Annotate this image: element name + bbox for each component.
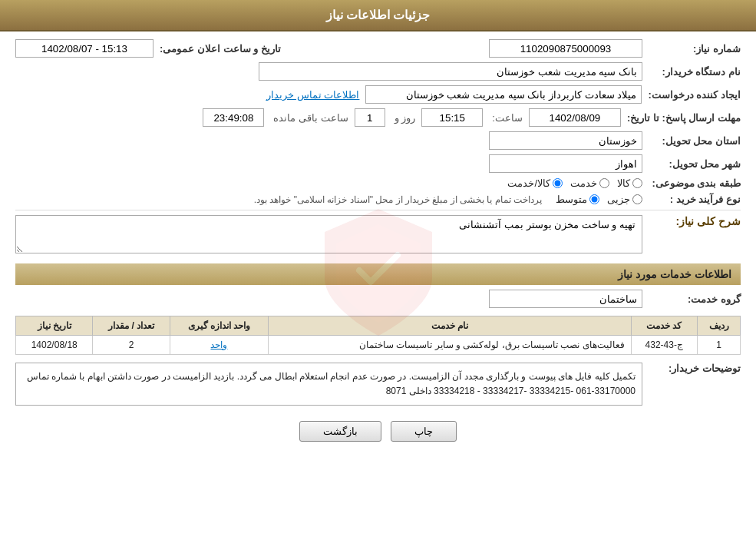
back-button[interactable]: بازگشت bbox=[299, 421, 381, 442]
purchase-radio-jozii[interactable]: جزیی bbox=[607, 194, 642, 205]
table-header-row: ردیف کد خدمت نام خدمت واحد اندازه گیری ت… bbox=[16, 316, 741, 336]
radio-mota-label: متوسط bbox=[556, 194, 587, 205]
radio-jozii-label: جزیی bbox=[607, 194, 630, 205]
description-textarea[interactable]: تهیه و ساخت مخزن بوستر بمب آتشنشانی bbox=[15, 215, 642, 253]
buyer-org-label: نام دستگاه خریدار: bbox=[649, 66, 741, 78]
table-head: ردیف کد خدمت نام خدمت واحد اندازه گیری ت… bbox=[16, 316, 741, 336]
services-table: ردیف کد خدمت نام خدمت واحد اندازه گیری ت… bbox=[15, 316, 741, 355]
service-group-input[interactable] bbox=[489, 290, 642, 308]
buyer-org-row: نام دستگاه خریدار: bbox=[15, 62, 741, 81]
button-row: چاپ بازگشت bbox=[15, 421, 741, 442]
service-group-row: گروه خدمت: bbox=[15, 290, 741, 308]
cell-quantity: 2 bbox=[93, 336, 170, 355]
province-row: استان محل تحویل: bbox=[15, 131, 741, 150]
cell-date: 1402/08/18 bbox=[16, 336, 93, 355]
province-input[interactable] bbox=[489, 131, 642, 150]
category-radio-group: کالا خدمت کالا/خدمت bbox=[507, 177, 642, 189]
comments-text: تکمیل کلیه فایل های پیوست و بارگذاری مجد… bbox=[27, 371, 636, 396]
purchase-type-note: پرداخت تمام یا بخشی از مبلغ خریدار از مح… bbox=[254, 194, 542, 205]
radio-kala-khedmat[interactable] bbox=[553, 178, 563, 188]
comments-box: تکمیل کلیه فایل های پیوست و بارگذاری مجد… bbox=[15, 363, 642, 406]
need-number-row: شماره نیاز: تاریخ و ساعت اعلان عمومی: bbox=[15, 39, 741, 58]
table-body: 1 ج-43-432 فعالیت‌های نصب تاسیسات برق، ل… bbox=[16, 336, 741, 355]
city-input[interactable] bbox=[489, 154, 642, 173]
reply-deadline-label: مهلت ارسال پاسخ: تا تاریخ: bbox=[627, 112, 741, 124]
col-header-date: تاریخ نیاز bbox=[16, 316, 93, 336]
category-row: طبقه بندی موضوعی: کالا خدمت کالا/خدمت bbox=[15, 177, 741, 189]
reply-remaining-input[interactable] bbox=[203, 108, 264, 127]
reply-deadline-row: مهلت ارسال پاسخ: تا تاریخ: ساعت: روز و س… bbox=[15, 108, 741, 127]
purchase-type-label: نوع فرآیند خرید : bbox=[649, 194, 741, 205]
creator-contact-link[interactable]: اطلاعات تماس خریدار bbox=[266, 89, 359, 101]
city-row: شهر محل تحویل: bbox=[15, 154, 741, 173]
radio-jozii[interactable] bbox=[632, 194, 642, 204]
radio-khedmat-label: خدمت bbox=[570, 177, 597, 189]
col-header-unit: واحد اندازه گیری bbox=[170, 316, 269, 336]
cell-unit[interactable]: واحد bbox=[170, 336, 269, 355]
category-label: طبقه بندی موضوعی: bbox=[649, 177, 741, 189]
reply-days-input[interactable] bbox=[355, 108, 385, 127]
creator-label: ایجاد کننده درخواست: bbox=[648, 89, 741, 101]
reply-remaining-label: ساعت باقی مانده bbox=[273, 112, 348, 124]
category-radio-kala[interactable]: کالا bbox=[617, 177, 642, 189]
radio-kala-khedmat-label: کالا/خدمت bbox=[507, 177, 550, 189]
city-label: شهر محل تحویل: bbox=[649, 158, 741, 170]
announce-date-input[interactable] bbox=[15, 39, 154, 58]
col-header-qty: تعداد / مقدار bbox=[93, 316, 170, 336]
purchase-type-radio-group: جزیی متوسط bbox=[556, 194, 642, 205]
category-radio-khedmat[interactable]: خدمت bbox=[570, 177, 609, 189]
category-radio-kala-khedmat[interactable]: کالا/خدمت bbox=[507, 177, 563, 189]
col-header-code: کد خدمت bbox=[631, 316, 697, 336]
cell-service-name: فعالیت‌های نصب تاسیسات برق، لوله‌کشی و س… bbox=[269, 336, 631, 355]
creator-input[interactable] bbox=[365, 85, 642, 104]
cell-code: ج-43-432 bbox=[631, 336, 697, 355]
province-label: استان محل تحویل: bbox=[649, 135, 741, 147]
description-row: شرح کلی نیاز: تهیه و ساخت مخزن بوستر بمب… bbox=[15, 215, 741, 256]
divider-1 bbox=[15, 210, 741, 210]
cell-rownum: 1 bbox=[698, 336, 741, 355]
description-area: تهیه و ساخت مخزن بوستر بمب آتشنشانی bbox=[15, 215, 642, 256]
radio-kala-label: کالا bbox=[617, 177, 630, 189]
print-button[interactable]: چاپ bbox=[391, 421, 457, 442]
comments-label: توضیحات خریدار: bbox=[649, 363, 741, 374]
announce-date-label: تاریخ و ساعت اعلان عمومی: bbox=[160, 43, 281, 55]
reply-time-label: ساعت: bbox=[492, 112, 523, 124]
comments-row: توضیحات خریدار: تکمیل کلیه فایل های پیوس… bbox=[15, 363, 741, 410]
radio-khedmat[interactable] bbox=[599, 178, 609, 188]
reply-time-input[interactable] bbox=[421, 108, 483, 127]
reply-days-label: روز و bbox=[395, 112, 416, 124]
reply-date-input[interactable] bbox=[529, 108, 621, 127]
purchase-radio-mota[interactable]: متوسط bbox=[556, 194, 599, 205]
col-header-name: نام خدمت bbox=[269, 316, 631, 336]
creator-row: ایجاد کننده درخواست: اطلاعات تماس خریدار bbox=[15, 85, 741, 104]
description-section-title: شرح کلی نیاز: bbox=[649, 215, 741, 227]
page-header: جزئیات اطلاعات نیاز bbox=[0, 0, 756, 31]
col-header-rownum: ردیف bbox=[698, 316, 741, 336]
page-title: جزئیات اطلاعات نیاز bbox=[326, 8, 431, 22]
table-row: 1 ج-43-432 فعالیت‌های نصب تاسیسات برق، ل… bbox=[16, 336, 741, 355]
buyer-org-input[interactable] bbox=[259, 62, 642, 81]
service-group-label: گروه خدمت: bbox=[649, 293, 741, 305]
services-table-section: ردیف کد خدمت نام خدمت واحد اندازه گیری ت… bbox=[15, 316, 741, 355]
radio-kala[interactable] bbox=[632, 178, 642, 188]
main-content: شماره نیاز: تاریخ و ساعت اعلان عمومی: نا… bbox=[0, 31, 756, 457]
services-section-title: اطلاعات خدمات مورد نیاز bbox=[15, 263, 741, 285]
page-wrapper: جزئیات اطلاعات نیاز شماره نیاز: تاریخ و … bbox=[0, 0, 756, 540]
need-number-input[interactable] bbox=[489, 39, 642, 58]
purchase-type-row: نوع فرآیند خرید : جزیی متوسط پرداخت تمام… bbox=[15, 194, 741, 205]
need-number-label: شماره نیاز: bbox=[649, 43, 741, 55]
radio-mota[interactable] bbox=[589, 194, 599, 204]
